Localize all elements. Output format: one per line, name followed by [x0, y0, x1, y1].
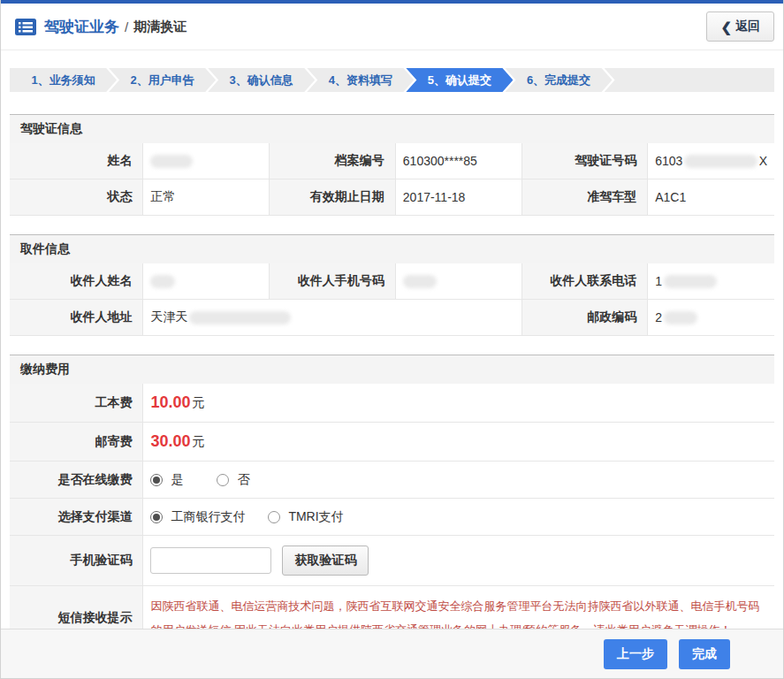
pickup-section-title: 取件信息	[10, 234, 774, 263]
radio-channel-icbc[interactable]	[150, 511, 163, 523]
step-4-fill-data[interactable]: 4、资料填写	[307, 68, 414, 92]
payment-section-title: 缴纳费用	[10, 355, 774, 384]
step-bar-filler	[605, 68, 774, 92]
step-5-confirm-submit[interactable]: 5、确认提交	[406, 68, 513, 92]
file-no-label: 档案编号	[270, 143, 396, 179]
fee-unit: 元	[192, 395, 204, 411]
pickup-info-section: 取件信息 收件人姓名 收件人手机号码 收件人联系电话 1 收件人地址 天津天 邮…	[10, 234, 774, 336]
recipient-phone-label: 收件人联系电话	[522, 263, 649, 300]
recipient-name-label: 收件人姓名	[10, 263, 143, 300]
payment-channel-label: 选择支付渠道	[10, 499, 143, 536]
license-no-value: 6103 X	[648, 143, 774, 179]
expiry-label: 有效期止日期	[270, 179, 396, 216]
redacted-recipient-name	[150, 275, 175, 288]
redacted-mobile	[403, 275, 437, 288]
recipient-name-value	[143, 263, 270, 300]
status-label: 状态	[10, 179, 143, 216]
step-3-confirm-info[interactable]: 3、确认信息	[208, 68, 315, 92]
back-button[interactable]: ❮ 返回	[706, 11, 774, 42]
radio-channel-icbc-label[interactable]: 工商银行支付	[171, 509, 245, 525]
address-value: 天津天	[143, 300, 521, 336]
postcode-prefix: 2	[655, 310, 662, 324]
captcha-label: 手机验证码	[10, 536, 143, 586]
postage-row: 邮寄费 30.00 元	[10, 423, 774, 462]
fee-label: 工本费	[10, 384, 143, 423]
payment-channel-options: 工商银行支付 TMRI支付	[143, 499, 774, 536]
step-progress-bar: 1、业务须知 2、用户申告 3、确认信息 4、资料填写 5、确认提交 6、完成提…	[10, 68, 774, 92]
name-label: 姓名	[10, 143, 143, 179]
postage-value: 30.00 元	[143, 423, 774, 462]
radio-channel-tmri-label[interactable]: TMRI支付	[288, 509, 343, 525]
captcha-row: 手机验证码 获取验证码	[10, 536, 774, 586]
step-2-declaration[interactable]: 2、用户申告	[109, 68, 216, 92]
postage-unit: 元	[192, 434, 204, 450]
redacted-postcode	[664, 311, 697, 324]
vehicle-class-value: A1C1	[648, 179, 774, 216]
page-header: 驾驶证业务 / 期满换证 ❮ 返回	[1, 4, 783, 50]
redacted-address	[189, 311, 291, 324]
expiry-value: 2017-11-18	[396, 179, 522, 216]
online-payment-options: 是 否	[143, 462, 774, 499]
phone-prefix: 1	[655, 274, 662, 288]
online-payment-row: 是否在线缴费 是 否	[10, 462, 774, 499]
breadcrumb-current: 期满换证	[133, 19, 186, 35]
fee-amount: 10.00	[150, 393, 190, 412]
payment-section: 缴纳费用 工本费 10.00 元 邮寄费 30.00 元 是否在线缴费 是 否	[10, 355, 774, 651]
recipient-mobile-value	[396, 263, 522, 300]
address-label: 收件人地址	[10, 300, 143, 336]
radio-online-yes-label[interactable]: 是	[171, 472, 183, 488]
payment-channel-row: 选择支付渠道 工商银行支付 TMRI支付	[10, 499, 774, 536]
get-captcha-button[interactable]: 获取验证码	[282, 545, 369, 576]
chevron-left-icon: ❮	[720, 20, 732, 34]
name-value	[143, 143, 270, 179]
footer-action-bar: 上一步 完成	[1, 629, 783, 678]
license-no-prefix: 6103	[655, 154, 682, 168]
postage-label: 邮寄费	[10, 423, 143, 462]
postcode-label: 邮政编码	[522, 300, 649, 336]
redacted-license-no	[684, 155, 757, 168]
postage-amount: 30.00	[150, 432, 190, 451]
radio-channel-tmri[interactable]	[268, 511, 280, 523]
redacted-phone	[664, 275, 717, 288]
fee-value: 10.00 元	[143, 384, 774, 423]
back-button-label: 返回	[735, 19, 760, 34]
pickup-table: 收件人姓名 收件人手机号码 收件人联系电话 1 收件人地址 天津天 邮政编码 2	[10, 263, 774, 336]
finish-button[interactable]: 完成	[679, 639, 730, 669]
page-title: 驾驶证业务	[44, 17, 119, 37]
page: 驾驶证业务 / 期满换证 ❮ 返回 1、业务须知 2、用户申告 3、确认信息 4…	[0, 0, 784, 679]
step-6-finish[interactable]: 6、完成提交	[505, 68, 612, 92]
radio-online-yes[interactable]	[150, 474, 163, 486]
fee-row: 工本费 10.00 元	[10, 384, 774, 423]
address-prefix: 天津天	[150, 309, 187, 325]
list-icon	[15, 19, 36, 35]
breadcrumb-separator: /	[125, 19, 128, 34]
vehicle-class-label: 准驾车型	[522, 179, 649, 216]
captcha-field-group: 获取验证码	[143, 536, 774, 586]
recipient-phone-value: 1	[648, 263, 774, 300]
license-table: 姓名 档案编号 610300****85 驾驶证号码 6103 X 状态 正常 …	[10, 143, 774, 216]
radio-online-no-label[interactable]: 否	[237, 472, 249, 488]
postcode-value: 2	[648, 300, 774, 336]
previous-step-button[interactable]: 上一步	[604, 639, 667, 669]
online-payment-label: 是否在线缴费	[10, 462, 143, 499]
step-1-notice[interactable]: 1、业务须知	[10, 68, 117, 92]
radio-online-no[interactable]	[217, 474, 229, 486]
status-value: 正常	[143, 179, 270, 216]
license-no-suffix: X	[759, 154, 767, 168]
license-info-section: 驾驶证信息 姓名 档案编号 610300****85 驾驶证号码 6103 X …	[10, 114, 774, 216]
file-no-value: 610300****85	[396, 143, 522, 179]
captcha-input[interactable]	[150, 547, 271, 574]
redacted-name	[150, 155, 193, 168]
license-no-label: 驾驶证号码	[522, 143, 649, 179]
license-section-title: 驾驶证信息	[10, 114, 774, 143]
recipient-mobile-label: 收件人手机号码	[270, 263, 396, 300]
